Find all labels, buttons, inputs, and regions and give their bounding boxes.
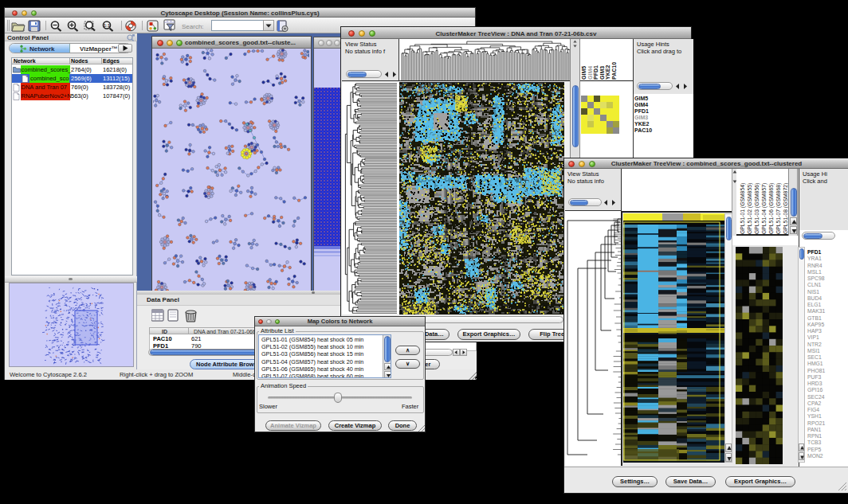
svg-text:PFD1: PFD1 <box>593 65 599 80</box>
svg-text:1:1: 1:1 <box>104 23 110 28</box>
svg-text:GPL51-07 (GSM868): GPL51-07 (GSM868) <box>775 183 782 234</box>
svg-text:GPL51-03 (GSM856): GPL51-03 (GSM856) <box>754 183 760 234</box>
svg-text:Search:: Search: <box>182 23 204 30</box>
svg-text:GIM4: GIM4 <box>587 66 593 80</box>
svg-text:GPL51-08 (GSM872): GPL51-08 (GSM872) <box>783 183 788 234</box>
svg-text:GPL51-04 (GSM857): GPL51-04 (GSM857) <box>761 183 768 234</box>
svg-text:GPL51-02 (GSM855): GPL51-02 (GSM855) <box>747 183 753 234</box>
svg-text:GIM3: GIM3 <box>599 66 605 80</box>
svg-text:GIM5: GIM5 <box>581 66 587 80</box>
svg-text:PAC10: PAC10 <box>611 62 617 80</box>
svg-text:GPL51-06 (GSM865): GPL51-06 (GSM865) <box>768 183 775 234</box>
svg-text:GPL51-01 (GSM854): GPL51-01 (GSM854) <box>740 183 746 234</box>
svg-text:YKE2: YKE2 <box>605 65 610 80</box>
